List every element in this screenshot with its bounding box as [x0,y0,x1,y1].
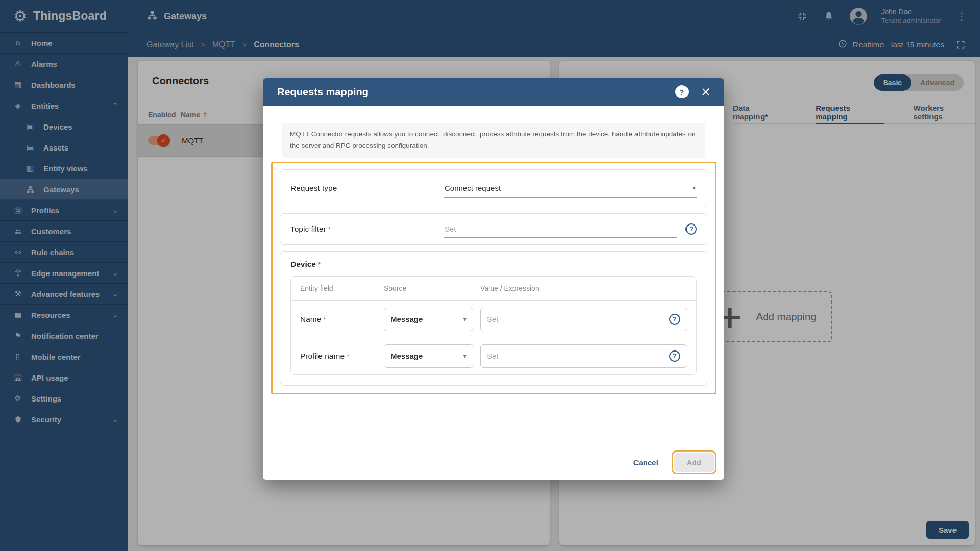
name-value-field: ? [480,308,687,331]
close-icon[interactable]: × [701,86,711,98]
request-type-row: Request type Connect request ▾ [280,169,707,207]
chevron-down-icon: ▾ [463,352,467,360]
name-source-select[interactable]: Message ▾ [384,308,473,331]
profile-name-value-field: ? [480,344,687,368]
required-marker: * [328,226,331,233]
device-row-profile-name: Profile name* Message ▾ ? [291,338,696,374]
profile-name-value-help-icon[interactable]: ? [669,350,680,362]
dialog-footer: Cancel Add [626,450,716,474]
required-marker: * [347,353,349,360]
dialog-help-icon[interactable]: ? [675,85,689,98]
chevron-down-icon: ▾ [463,315,467,323]
column-source: Source [384,284,473,292]
column-entity-field: Entity field [300,284,377,292]
device-table-header: Entity field Source Value / Expression [291,277,696,301]
profile-name-field-label: Profile name* [300,352,377,361]
dialog-title: Requests mapping [277,86,675,98]
profile-name-source-select[interactable]: Message ▾ [384,344,473,368]
dialog-info-text: MQTT Connector requests allows you to co… [282,123,705,158]
topic-filter-row: Topic filter* ? [280,213,707,245]
name-field-label: Name* [300,315,377,324]
cancel-button[interactable]: Cancel [626,453,666,472]
requests-mapping-dialog: Requests mapping ? × MQTT Connector requ… [263,78,724,480]
form-highlight-box: Request type Connect request ▾ Topic fil… [271,162,716,394]
device-section-label: Device* [290,260,697,269]
name-value-input[interactable] [487,315,664,323]
request-type-label: Request type [290,184,444,193]
device-row-name: Name* Message ▾ ? [291,301,696,338]
topic-filter-input[interactable] [445,224,676,233]
request-type-select[interactable]: Connect request ▾ [444,179,697,198]
chevron-down-icon: ▾ [692,184,696,192]
dialog-header: Requests mapping ? × [263,78,724,106]
topic-filter-help-icon[interactable]: ? [685,223,697,235]
name-value-help-icon[interactable]: ? [669,314,680,325]
topic-filter-field [444,220,677,238]
required-marker: * [318,261,321,268]
profile-name-value-input[interactable] [487,352,664,360]
required-marker: * [323,316,326,323]
topic-filter-label: Topic filter* [290,224,444,234]
column-value-expression: Value / Expression [480,284,687,292]
device-section: Device* Entity field Source Value / Expr… [280,251,707,386]
add-button-highlight: Add [672,450,716,474]
device-table: Entity field Source Value / Expression N… [290,276,697,375]
add-button[interactable]: Add [674,453,714,472]
